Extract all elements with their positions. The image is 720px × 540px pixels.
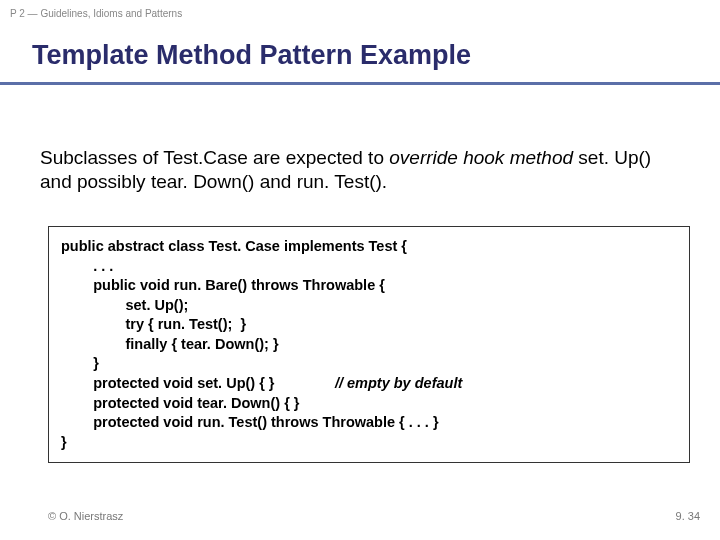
code-line: finally { tear. Down(); } [61, 335, 677, 355]
code-line: try { run. Test(); } [61, 315, 677, 335]
code-comment: // empty by default [335, 375, 462, 391]
code-line: protected void set. Up() { } // empty by… [61, 374, 677, 394]
code-line: } [61, 354, 677, 374]
code-box: public abstract class Test. Case impleme… [48, 226, 690, 463]
code-line: . . . [61, 257, 677, 277]
page-title: Template Method Pattern Example [32, 40, 471, 71]
title-underline [0, 82, 720, 85]
code-fragment: protected void set. Up() { } [61, 375, 335, 391]
desc-part1: Subclasses of Test.Case are expected to [40, 147, 389, 168]
code-line: } [61, 433, 677, 453]
code-line: protected void run. Test() throws Throwa… [61, 413, 677, 433]
footer-page-number: 9. 34 [676, 510, 700, 522]
desc-italic: override hook method [389, 147, 573, 168]
description-text: Subclasses of Test.Case are expected to … [40, 146, 680, 194]
code-line: protected void tear. Down() { } [61, 394, 677, 414]
header-label: P 2 — Guidelines, Idioms and Patterns [10, 8, 182, 19]
footer-copyright: © O. Nierstrasz [48, 510, 123, 522]
code-line: public void run. Bare() throws Throwable… [61, 276, 677, 296]
code-line: public abstract class Test. Case impleme… [61, 237, 677, 257]
code-line: set. Up(); [61, 296, 677, 316]
